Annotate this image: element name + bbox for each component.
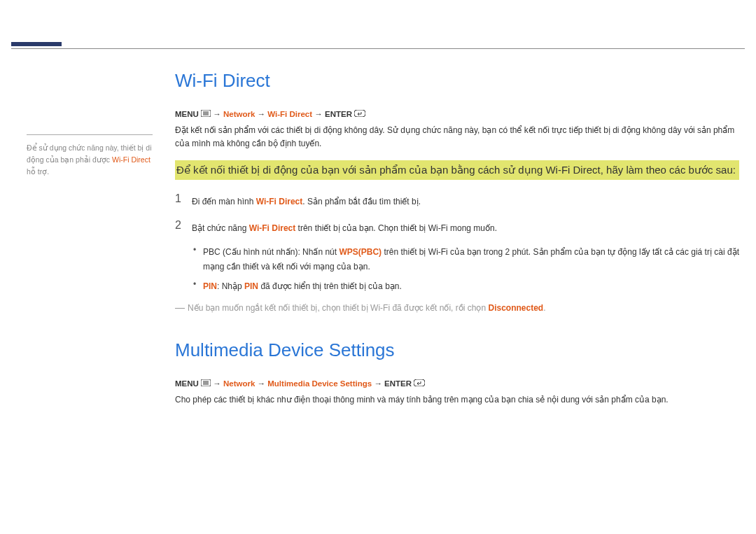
- sidebar-divider: [27, 134, 153, 135]
- svg-rect-9: [414, 379, 425, 386]
- note-prefix: Nếu bạn muốn ngắt kết nối thiết bị, chọn…: [188, 303, 488, 313]
- step-highlight: Wi-Fi Direct: [256, 197, 303, 206]
- step-row: 1 Đi đến màn hình Wi-Fi Direct. Sản phẩm…: [175, 192, 739, 209]
- note-text: Nếu bạn muốn ngắt kết nối thiết bị, chọn…: [188, 303, 546, 313]
- path-multimedia: Multimedia Device Settings: [267, 379, 372, 388]
- bullet-text: PBC (Cấu hình nút nhấn): Nhấn nút WPS(PB…: [203, 245, 739, 274]
- path-network: Network: [223, 110, 255, 118]
- path-wifidirect: Wi-Fi Direct: [267, 110, 312, 118]
- multimedia-desc: Cho phép các thiết bị khác như điện thoạ…: [175, 393, 739, 407]
- step-text: Bật chức năng Wi-Fi Direct trên thiết bị…: [192, 219, 497, 235]
- wifi-highlight-instruction: Để kết nối thiết bị di động của bạn với …: [175, 160, 739, 180]
- step-highlight: Wi-Fi Direct: [249, 223, 296, 233]
- note-row: ― Nếu bạn muốn ngắt kết nối thiết bị, ch…: [175, 303, 739, 314]
- step-suffix: . Sản phẩm bắt đầu tìm thiết bị.: [302, 197, 421, 206]
- sidebar-text: Để sử dụng chức năng này, thiết bị di độ…: [27, 142, 153, 177]
- section-wifi-title: Wi-Fi Direct: [175, 70, 739, 92]
- bullet-highlight: PIN: [203, 281, 217, 291]
- enter-icon: [354, 110, 365, 118]
- path-arrow: →: [213, 379, 221, 388]
- bullet-row: • PIN: Nhập PIN đã được hiển thị trên th…: [193, 279, 739, 293]
- bullet-highlight: PIN: [244, 281, 258, 291]
- enter-icon: [414, 379, 425, 388]
- sidebar-note-highlight: Wi-Fi Direct: [112, 155, 150, 164]
- path-network: Network: [223, 379, 255, 388]
- bullet-dot: •: [193, 279, 203, 289]
- path-enter-label: ENTER: [384, 379, 412, 388]
- sidebar-note: Để sử dụng chức năng này, thiết bị di độ…: [27, 134, 153, 177]
- bullet-text: PIN: Nhập PIN đã được hiển thị trên thiế…: [203, 279, 402, 293]
- path-enter-label: ENTER: [325, 110, 352, 118]
- path-menu-label: MENU: [175, 379, 199, 388]
- step-row: 2 Bật chức năng Wi-Fi Direct trên thiết …: [175, 219, 739, 235]
- wifi-menu-path: MENU → Network → Wi-Fi Direct → ENTER: [175, 110, 739, 118]
- path-arrow: →: [314, 110, 323, 118]
- note-suffix: .: [543, 303, 545, 313]
- step-prefix: Bật chức năng: [192, 223, 249, 233]
- main-content: Wi-Fi Direct MENU → Network → Wi-Fi Dire…: [175, 70, 739, 417]
- bullet-middle: : Nhập: [217, 281, 244, 291]
- menu-icon: [201, 110, 211, 118]
- bullet-list: • PBC (Cấu hình nút nhấn): Nhấn nút WPS(…: [193, 245, 739, 293]
- path-arrow: →: [213, 110, 221, 118]
- path-arrow: →: [374, 379, 382, 388]
- header-accent-bar: [11, 42, 62, 46]
- menu-icon: [201, 379, 211, 388]
- step-number: 1: [175, 192, 192, 205]
- bullet-dot: •: [193, 245, 203, 255]
- path-arrow: →: [258, 110, 266, 118]
- section-multimedia-title: Multimedia Device Settings: [175, 339, 739, 361]
- header-divider: [11, 48, 745, 49]
- bullet-row: • PBC (Cấu hình nút nhấn): Nhấn nút WPS(…: [193, 245, 739, 274]
- sidebar-note-suffix: hỗ trợ.: [27, 167, 49, 176]
- bullet-suffix: đã được hiển thị trên thiết bị của bạn.: [258, 281, 402, 291]
- wifi-desc: Đặt kết nối sản phẩm với các thiết bị di…: [175, 124, 739, 150]
- section-multimedia: Multimedia Device Settings MENU → Networ…: [175, 339, 739, 407]
- path-arrow: →: [258, 379, 266, 388]
- step-number: 2: [175, 219, 192, 232]
- multimedia-menu-path: MENU → Network → Multimedia Device Setti…: [175, 379, 739, 388]
- step-text: Đi đến màn hình Wi-Fi Direct. Sản phẩm b…: [192, 192, 421, 209]
- step-prefix: Đi đến màn hình: [192, 197, 256, 206]
- note-highlight: Disconnected: [488, 303, 543, 313]
- bullet-prefix: PBC (Cấu hình nút nhấn): Nhấn nút: [203, 247, 339, 257]
- note-dash-icon: ―: [175, 302, 188, 313]
- step-suffix: trên thiết bị của bạn. Chọn thiết bị Wi-…: [295, 223, 497, 233]
- svg-rect-4: [354, 110, 365, 117]
- path-menu-label: MENU: [175, 110, 199, 118]
- bullet-highlight: WPS(PBC): [339, 247, 382, 257]
